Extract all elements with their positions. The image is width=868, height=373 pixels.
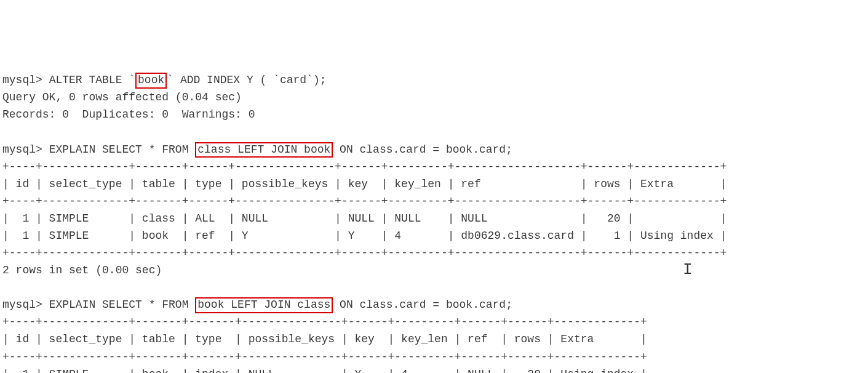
query-result: Records: 0 Duplicates: 0 Warnings: 0 [2, 108, 255, 121]
mysql-prompt: mysql> [2, 143, 49, 156]
table-header: | id | select_type | table | type | poss… [2, 333, 647, 345]
sql-text: ON class.card = book.card; [333, 143, 512, 156]
sql-text: EXPLAIN SELECT * FROM [49, 299, 196, 311]
table-border: +----+-------------+-------+------+-----… [2, 195, 727, 207]
table-row: | 1 | SIMPLE | class | ALL | NULL | NULL… [2, 212, 727, 225]
table-border: +----+-------------+-------+-------+----… [2, 351, 647, 363]
sql-text: ` ADD INDEX Y ( `card`); [167, 74, 326, 86]
terminal-output: mysql> ALTER TABLE `book` ADD INDEX Y ( … [2, 74, 727, 373]
highlight-join-2: book LEFT JOIN class [195, 297, 333, 313]
query-result: 2 rows in set (0.00 sec) [2, 264, 162, 276]
table-border: +----+-------------+-------+------+-----… [2, 161, 727, 173]
table-header: | id | select_type | table | type | poss… [2, 178, 727, 190]
highlight-join-1: class LEFT JOIN book [195, 142, 333, 158]
table-border: +----+-------------+-------+------+-----… [2, 247, 727, 259]
table-border: +----+-------------+-------+-------+----… [2, 316, 647, 328]
query-result: Query OK, 0 rows affected (0.04 sec) [2, 91, 242, 103]
highlight-book: book [135, 73, 167, 89]
text-cursor-icon: I [683, 257, 693, 283]
sql-text: ALTER TABLE ` [49, 74, 135, 86]
mysql-prompt: mysql> [2, 299, 49, 311]
table-row: | 1 | SIMPLE | book | index | NULL | Y |… [2, 368, 647, 373]
mysql-prompt: mysql> [2, 74, 49, 86]
table-row: | 1 | SIMPLE | book | ref | Y | Y | 4 | … [2, 230, 727, 242]
sql-text: EXPLAIN SELECT * FROM [49, 143, 196, 156]
sql-text: ON class.card = book.card; [333, 299, 512, 311]
